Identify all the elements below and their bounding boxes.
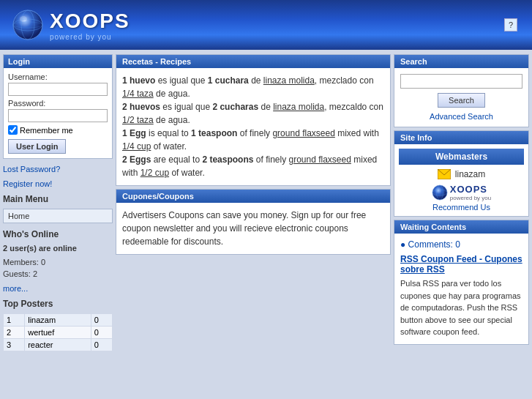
poster-name: reacter: [25, 339, 91, 351]
comments-label: Comments:: [408, 239, 453, 250]
recommend-us-link[interactable]: Recommend Us: [432, 203, 490, 212]
waiting-contents-box: Waiting Contents ● Comments: 0 RSS Coupo…: [394, 220, 529, 345]
guests-label: Guests:: [3, 269, 31, 278]
xoops-recommend: XOOPS powered by you Recommend Us: [432, 184, 491, 212]
small-xoops-text: XOOPS: [450, 184, 491, 195]
table-row: 2 wertuef 0: [4, 327, 113, 339]
advanced-search-link[interactable]: Advanced Search: [400, 112, 522, 121]
right-column: Search Search Advanced Search Site Info …: [394, 54, 529, 345]
recetas-title: Recetas - Recipes: [116, 55, 390, 68]
logo-xoops-text: XOOPS: [50, 10, 130, 33]
svg-point-0: [13, 10, 42, 40]
top-posters-table: 1 linazam 0 2 wertuef 0 3 reacter 0: [3, 313, 113, 351]
site-info-title: Site Info: [394, 131, 528, 144]
top-posters-title: Top Posters: [3, 296, 113, 310]
webmasters-button[interactable]: Webmasters: [399, 149, 524, 165]
linazam-username: linazam: [455, 169, 485, 179]
poster-name: wertuef: [25, 327, 91, 339]
lost-password-link[interactable]: Lost Password?: [3, 165, 113, 174]
cupones-text: Advertisers Coupons can save you money. …: [122, 209, 384, 248]
header: XOOPS powered by you ?: [0, 0, 532, 50]
recetas-para-1: 1 huevo es igual que 1 cuchara de linaza…: [122, 74, 384, 100]
main-menu-title: Main Menu: [3, 191, 113, 206]
poster-name: linazam: [25, 314, 91, 327]
login-content: Username: Password: Remember me User Log…: [4, 68, 112, 158]
menu-item-home[interactable]: Home: [3, 209, 113, 223]
whos-online-count: 2 user(s) are online: [3, 244, 113, 253]
password-label: Password:: [8, 99, 108, 108]
password-input[interactable]: [8, 109, 108, 122]
center-content: Recetas - Recipes 1 huevo es igual que 1…: [116, 54, 391, 255]
small-xoops-tagline: powered by you: [450, 195, 491, 201]
svg-point-4: [20, 16, 27, 22]
recetas-body: 1 huevo es igual que 1 cuchara de linaza…: [116, 68, 390, 185]
recetas-para-3: 1 Egg is equal to 1 teaspoon of finely g…: [122, 127, 384, 153]
more-link[interactable]: more...: [3, 284, 113, 293]
remember-me-label: Remember me: [20, 126, 73, 135]
logo-globe-icon: [12, 9, 44, 41]
cupones-title: Cupones/Coupons: [116, 190, 390, 203]
poster-count: 0: [91, 339, 112, 351]
rss-title[interactable]: RSS Coupon Feed - Cupones sobre RSS: [400, 254, 522, 275]
table-row: 3 reacter 0: [4, 339, 113, 351]
svg-point-6: [432, 185, 447, 200]
cupones-box: Cupones/Coupons Advertisers Coupons can …: [116, 189, 391, 255]
site-info-body: Webmasters linazam: [394, 144, 528, 216]
login-button[interactable]: User Login: [8, 139, 66, 154]
help-button[interactable]: ?: [504, 18, 517, 31]
remember-me-checkbox[interactable]: [8, 125, 18, 135]
waiting-contents-title: Waiting Contents: [394, 220, 528, 234]
email-icon: [438, 169, 451, 179]
members-value: 0: [41, 258, 45, 266]
search-title: Search: [394, 55, 528, 68]
comments-bullet: ● Comments: 0: [400, 239, 522, 250]
logo-tagline: powered by you: [50, 33, 130, 41]
guests-value: 2: [33, 269, 37, 278]
login-title: Login: [4, 55, 112, 68]
search-button[interactable]: Search: [438, 93, 485, 108]
recetas-para-4: 2 Eggs are equal to 2 teaspoons of finel…: [122, 153, 384, 179]
username-label: Username:: [8, 72, 108, 81]
site-info-box: Site Info Webmasters linazam: [394, 130, 529, 217]
poster-rank: 2: [4, 327, 25, 339]
small-xoops-logo: XOOPS powered by you: [432, 184, 491, 201]
logo: XOOPS powered by you: [12, 9, 130, 41]
poster-rank: 1: [4, 314, 25, 327]
remember-me-row: Remember me: [8, 125, 108, 135]
search-box: Search Search Advanced Search: [394, 54, 529, 127]
waiting-contents-body: ● Comments: 0 RSS Coupon Feed - Cupones …: [394, 234, 528, 344]
table-row: 1 linazam 0: [4, 314, 113, 327]
comments-count: 0: [455, 239, 460, 250]
search-body: Search Advanced Search: [394, 68, 528, 127]
main-layout: Login Username: Password: Remember me Us…: [0, 50, 532, 356]
poster-rank: 3: [4, 339, 25, 351]
register-link[interactable]: Register now!: [3, 179, 113, 188]
guests-count: Guests: 2: [3, 269, 113, 278]
username-input[interactable]: [8, 83, 108, 96]
whos-online-title: Who's Online: [3, 226, 113, 241]
left-sidebar: Login Username: Password: Remember me Us…: [3, 54, 113, 351]
search-input[interactable]: [400, 74, 522, 89]
small-globe-icon: [432, 184, 448, 201]
cupones-body: Advertisers Coupons can save you money. …: [116, 203, 390, 254]
poster-count: 0: [91, 314, 112, 327]
linazam-row: linazam: [438, 169, 485, 179]
members-count: Members: 0: [3, 258, 113, 266]
poster-count: 0: [91, 327, 112, 339]
recetas-para-2: 2 huevos es igual que 2 cucharas de lina…: [122, 100, 384, 127]
members-label: Members:: [3, 258, 39, 266]
rss-text: Pulsa RSS para ver todo los cupones que …: [400, 277, 522, 338]
login-box: Login Username: Password: Remember me Us…: [3, 54, 113, 159]
recetas-box: Recetas - Recipes 1 huevo es igual que 1…: [116, 54, 391, 186]
logo-text-block: XOOPS powered by you: [50, 10, 130, 41]
